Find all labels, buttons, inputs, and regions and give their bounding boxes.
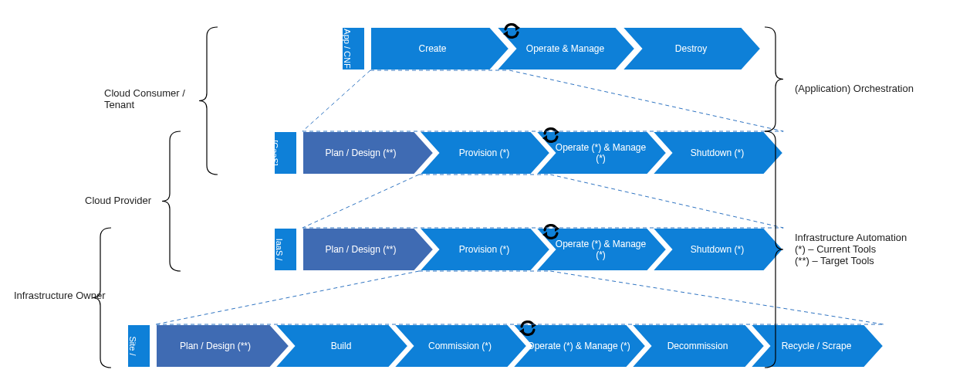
row-tab-app: App / CNF / VNF <box>331 27 354 70</box>
svg-marker-5 <box>302 131 434 175</box>
svg-marker-17 <box>394 324 527 368</box>
row-tab-caas: [CaaS] <box>263 131 286 175</box>
svg-marker-20 <box>750 324 884 368</box>
svg-marker-15 <box>156 324 289 368</box>
svg-marker-1 <box>370 27 509 70</box>
svg-marker-19 <box>631 324 765 368</box>
svg-marker-3 <box>622 27 761 70</box>
svg-marker-7 <box>536 131 667 175</box>
role-provider: Cloud Provider <box>85 195 177 206</box>
svg-marker-16 <box>275 324 408 368</box>
role-consumer: Cloud Consumer / Tenant <box>104 87 197 110</box>
diagram-stage: App / CNF / VNFCreateOperate & ManageDes… <box>0 0 980 390</box>
svg-line-37 <box>156 271 419 324</box>
svg-marker-10 <box>302 228 434 271</box>
role-owner: Infrastructure Owner <box>14 290 106 301</box>
svg-marker-8 <box>652 131 783 175</box>
svg-line-29 <box>302 70 370 131</box>
svg-marker-6 <box>419 131 550 175</box>
svg-marker-13 <box>652 228 783 271</box>
svg-line-30 <box>509 70 783 131</box>
right-label: (Application) Orchestration <box>795 83 972 94</box>
svg-marker-11 <box>419 228 550 271</box>
row-tab-iaas: IaaS / CaaS <box>263 228 286 271</box>
svg-line-33 <box>302 175 419 228</box>
svg-marker-12 <box>536 228 667 271</box>
row-tab-phys: Site / Physical <box>117 324 140 368</box>
right-label: Infrastructure Automation(*) – Current T… <box>795 232 972 266</box>
svg-line-38 <box>550 271 884 324</box>
svg-line-34 <box>550 175 783 228</box>
